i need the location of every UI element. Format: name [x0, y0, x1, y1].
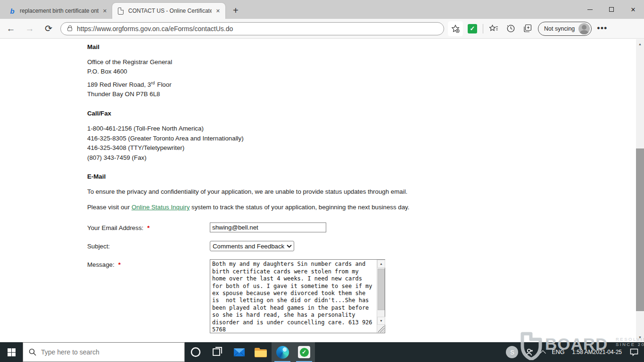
- tab-title: replacement birth certificate ont: [20, 8, 99, 14]
- subject-selected-value: Comments and Feedback: [213, 243, 287, 250]
- forward-button: →: [22, 21, 38, 37]
- callfax-heading: Call/Fax: [87, 110, 636, 117]
- mail-icon: [233, 347, 246, 357]
- textarea-resize-grip[interactable]: [378, 326, 384, 332]
- textarea-scroll-down-icon[interactable]: ▼: [377, 317, 385, 325]
- tab-bar: b replacement birth certificate ont ✕ CO…: [4, 0, 241, 19]
- minimize-button[interactable]: [579, 0, 601, 19]
- add-favorite-button[interactable]: [448, 21, 463, 36]
- people-button[interactable]: [521, 342, 537, 362]
- textarea-scroll-up-icon[interactable]: ▲: [377, 260, 385, 268]
- edge-icon: [276, 346, 289, 359]
- textarea-scroll-thumb[interactable]: [378, 269, 385, 310]
- tray-overflow-button[interactable]: [537, 342, 548, 362]
- settings-menu-button[interactable]: •••: [594, 21, 610, 36]
- phone-line: 416-325-3408 (TTY/Teletypewriter): [87, 143, 636, 153]
- favorites-button[interactable]: [486, 21, 501, 36]
- email-row: Your Email Address:*: [87, 222, 636, 232]
- title-bar: b replacement birth certificate ont ✕ CO…: [0, 0, 644, 19]
- file-explorer-button[interactable]: [250, 342, 272, 362]
- chevron-up-icon: [540, 350, 546, 356]
- window-controls: ✕: [579, 0, 644, 19]
- email-heading: E-Mail: [87, 173, 636, 180]
- people-icon: [525, 348, 534, 356]
- mailing-address: Office of the Registrar General P.O. Box…: [87, 58, 636, 99]
- s-tray-icon: S: [506, 346, 518, 358]
- green-check-app-icon: ✓: [298, 346, 310, 358]
- taskbar: ✓ S ENG 1:58 AM 2021-04-25: [0, 342, 644, 362]
- time-text: 1:58 AM: [572, 349, 593, 355]
- tab-close-icon[interactable]: ✕: [215, 7, 222, 15]
- mail-heading: Mail: [87, 43, 636, 50]
- start-button[interactable]: [0, 342, 23, 362]
- sync-status-label: Not syncing: [544, 25, 575, 32]
- collections-button[interactable]: [520, 21, 535, 36]
- required-asterisk: *: [118, 261, 121, 268]
- page-scrollbar[interactable]: ▲ ▼: [636, 39, 644, 342]
- toolbar-actions: ✓: [447, 21, 611, 36]
- clock[interactable]: 1:58 AM 2021-04-25: [568, 342, 626, 362]
- subject-row: Subject: Comments and Feedback: [87, 241, 636, 251]
- extension-button[interactable]: ✓: [465, 21, 480, 36]
- document-favicon-icon: [117, 7, 124, 15]
- address-line: Thunder Bay ON P7B 6L8: [87, 90, 636, 99]
- email-input[interactable]: [210, 222, 326, 232]
- scroll-up-icon[interactable]: ▲: [636, 40, 644, 48]
- windows-logo-icon: [8, 348, 16, 356]
- notification-center-button[interactable]: [626, 342, 642, 362]
- scroll-thumb[interactable]: [636, 148, 644, 311]
- language-indicator[interactable]: ENG: [548, 342, 568, 362]
- message-label: Message:*: [87, 259, 210, 268]
- browser-tab-search[interactable]: b replacement birth certificate ont ✕: [4, 3, 112, 19]
- privacy-note: To ensure the privacy and confidentialit…: [87, 188, 636, 196]
- task-view-icon: [212, 346, 223, 358]
- phone-line: 1-800-461-2156 (Toll-Free North America): [87, 124, 636, 134]
- date-text: 2021-04-25: [593, 349, 622, 355]
- maximize-button[interactable]: [601, 0, 622, 19]
- cortana-button[interactable]: [185, 342, 206, 362]
- toolbar-divider: [483, 24, 483, 33]
- collections-icon: [523, 24, 532, 33]
- page-content: Mail Office of the Registrar General P.O…: [0, 39, 636, 362]
- ellipsis-icon: •••: [597, 24, 607, 33]
- history-clock-icon: [506, 24, 515, 33]
- tab-close-icon[interactable]: ✕: [101, 7, 108, 15]
- system-tray: S ENG 1:58 AM 2021-04-25: [503, 342, 644, 362]
- profile-button[interactable]: Not syncing: [538, 22, 592, 36]
- browser-tab-contact-us[interactable]: CONTACT US - Online Certificate ✕: [112, 3, 225, 19]
- search-input[interactable]: [41, 348, 159, 356]
- refresh-button[interactable]: ⟳: [41, 21, 57, 37]
- mail-app-button[interactable]: [228, 342, 250, 362]
- notification-icon: [629, 348, 639, 356]
- url-text[interactable]: https://www.orgforms.gov.on.ca/eForms/co…: [77, 25, 233, 33]
- subject-select[interactable]: Comments and Feedback: [210, 241, 294, 251]
- contact-form: Your Email Address:* Subject: Comments a…: [87, 222, 636, 356]
- tray-s-button[interactable]: S: [503, 342, 521, 362]
- new-tab-button[interactable]: +: [230, 5, 241, 16]
- edge-app-button[interactable]: [272, 342, 293, 362]
- phone-line: (807) 343-7459 (Fax): [87, 153, 636, 163]
- scroll-down-icon[interactable]: ▼: [636, 333, 644, 341]
- textarea-scrollbar[interactable]: ▲ ▼: [377, 260, 385, 333]
- message-textarea[interactable]: Both my and my daughters Sin number card…: [210, 259, 385, 333]
- file-explorer-icon: [254, 347, 267, 358]
- address-line: P.O. Box 4600: [87, 67, 636, 76]
- message-text[interactable]: Both my and my daughters Sin number card…: [210, 260, 377, 333]
- message-row: Message:* Both my and my daughters Sin n…: [87, 259, 636, 333]
- chevron-down-icon: [287, 245, 292, 248]
- history-button[interactable]: [503, 21, 518, 36]
- close-button[interactable]: ✕: [622, 0, 644, 19]
- green-check-extension-icon: ✓: [468, 24, 477, 33]
- security-app-button[interactable]: ✓: [293, 342, 315, 362]
- task-view-button[interactable]: [206, 342, 228, 362]
- browser-window: b replacement birth certificate ont ✕ CO…: [0, 0, 644, 362]
- online-status-inquiry-link[interactable]: Online Status Inquiry: [132, 204, 190, 211]
- cortana-icon: [190, 346, 201, 358]
- address-bar[interactable]: https://www.orgforms.gov.on.ca/eForms/co…: [60, 22, 444, 35]
- required-asterisk: *: [147, 224, 149, 231]
- browser-toolbar: ← → ⟳ https://www.orgforms.gov.on.ca/eFo…: [0, 19, 644, 39]
- back-button[interactable]: ←: [3, 21, 19, 37]
- search-icon: [29, 348, 36, 356]
- taskbar-search[interactable]: [23, 342, 185, 362]
- subject-label: Subject:: [87, 241, 210, 250]
